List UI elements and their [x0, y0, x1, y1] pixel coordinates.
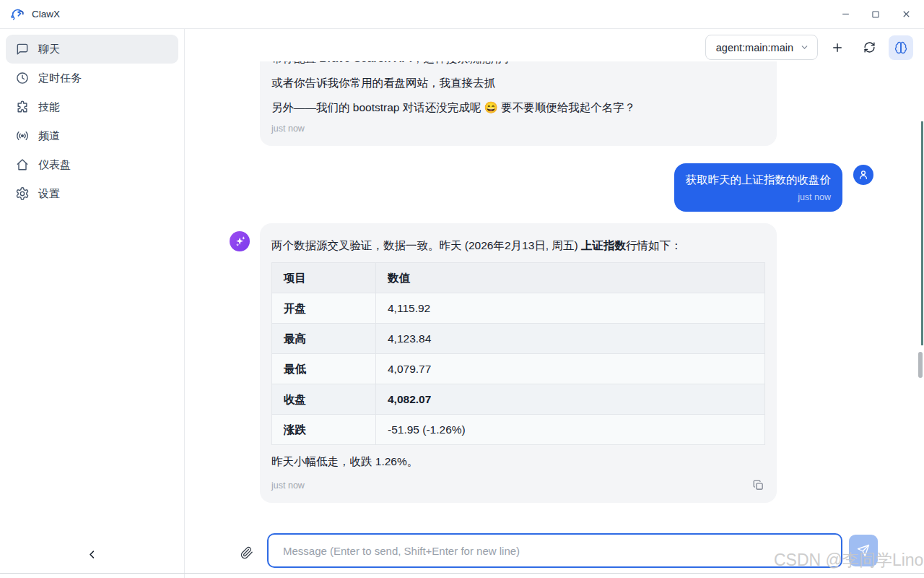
message-line: 昨天小幅低走，收跌 1.26%。	[271, 449, 765, 474]
stock-quote-table: 项目 数值 开盘 4,115.92	[271, 262, 765, 445]
row-label: 最低	[272, 354, 376, 384]
table-row: 最高 4,123.84	[272, 324, 765, 354]
row-value: 4,123.84	[376, 324, 765, 354]
message-user: 获取昨天的上证指数的收盘价 just now	[230, 163, 873, 212]
person-icon	[858, 169, 869, 181]
table-row: 最低 4,079.77	[272, 354, 765, 384]
sidebar-item-chat[interactable]: 聊天	[6, 35, 178, 64]
row-label: 最高	[272, 324, 376, 354]
sparkles-icon	[234, 236, 246, 248]
paperclip-icon	[240, 546, 253, 559]
sidebar-item-label: 技能	[38, 100, 60, 114]
agent-selector[interactable]: agent:main:main	[705, 35, 818, 60]
watermark: CSDN @李同学Lino	[774, 549, 923, 571]
app-titlebar: ClawX	[0, 0, 924, 29]
message-line: 或者你告诉我你常用的看盘网站，我直接去抓	[271, 71, 765, 95]
sidebar-item-label: 设置	[38, 187, 60, 201]
clock-icon	[15, 71, 30, 85]
copy-message-button[interactable]	[751, 478, 765, 492]
scrollbar-thumb[interactable]	[918, 352, 923, 378]
maximize-icon	[871, 9, 881, 20]
chat-toolbar: agent:main:main	[705, 35, 913, 60]
table-header-row: 项目 数值	[272, 263, 765, 293]
sidebar: 聊天 定时任务 技能 频道	[0, 29, 185, 578]
message-assistant: 两个数据源交叉验证，数据一致。昨天 (2026年2月13日, 周五) 上证指数行…	[230, 223, 873, 503]
message-list: 帮你配置 Brave Search API，这样搜索就能用了 或者你告诉我你常用…	[230, 61, 873, 503]
chevron-left-icon	[87, 549, 97, 560]
new-session-button[interactable]	[825, 35, 850, 60]
chat-bubble-icon	[15, 42, 30, 56]
gear-icon	[15, 186, 30, 201]
message-text: 获取昨天的上证指数的收盘价	[686, 171, 832, 189]
sidebar-item-label: 聊天	[38, 43, 60, 56]
row-label: 涨跌	[272, 415, 376, 445]
row-label: 开盘	[272, 293, 376, 324]
assistant-bubble: 两个数据源交叉验证，数据一致。昨天 (2026年2月13日, 周五) 上证指数行…	[260, 223, 777, 503]
plus-icon	[831, 41, 844, 54]
row-value: 4,079.77	[376, 354, 765, 384]
puzzle-icon	[15, 100, 30, 114]
bottom-divider	[0, 573, 924, 574]
sidebar-item-channels[interactable]: 频道	[6, 121, 178, 150]
sidebar-item-label: 仪表盘	[38, 158, 71, 172]
message-timestamp: just now	[686, 190, 832, 204]
window-controls	[830, 1, 921, 28]
brain-toggle-button[interactable]	[889, 35, 913, 60]
attach-file-button[interactable]	[237, 543, 257, 563]
message-line: 帮你配置 Brave Search API，这样搜索就能用了	[271, 61, 765, 71]
chat-main: agent:main:main	[185, 29, 924, 578]
message-timestamp: just now	[271, 478, 305, 493]
assistant-bubble: 帮你配置 Brave Search API，这样搜索就能用了 或者你告诉我你常用…	[260, 61, 777, 146]
row-label: 收盘	[272, 384, 376, 415]
row-value: -51.95 (-1.26%)	[376, 415, 765, 445]
maximize-button[interactable]	[860, 1, 891, 28]
message-line: 两个数据源交叉验证，数据一致。昨天 (2026年2月13日, 周五) 上证指数行…	[271, 233, 765, 258]
user-avatar	[853, 165, 873, 185]
close-icon	[901, 9, 912, 20]
message-assistant: 帮你配置 Brave Search API，这样搜索就能用了 或者你告诉我你常用…	[230, 61, 873, 146]
row-value: 4,082.07	[376, 384, 765, 415]
table-row: 开盘 4,115.92	[272, 293, 765, 324]
message-timestamp: just now	[271, 121, 765, 136]
close-button[interactable]	[891, 1, 921, 28]
sidebar-item-scheduled-tasks[interactable]: 定时任务	[6, 64, 178, 92]
refresh-button[interactable]	[857, 35, 881, 60]
table-header-value: 数值	[376, 263, 765, 293]
message-input[interactable]	[267, 533, 842, 568]
refresh-icon	[863, 41, 876, 53]
row-value: 4,115.92	[376, 293, 765, 324]
broadcast-icon	[15, 129, 30, 143]
user-bubble: 获取昨天的上证指数的收盘价 just now	[674, 163, 843, 212]
scrollbar-strip[interactable]	[921, 121, 923, 345]
clawx-logo-icon	[9, 6, 26, 23]
sidebar-item-label: 频道	[38, 129, 60, 143]
sidebar-item-label: 定时任务	[38, 72, 82, 85]
agent-selector-value: agent:main:main	[716, 42, 793, 53]
app-window: ClawX 聊天	[0, 0, 924, 578]
sidebar-item-skills[interactable]: 技能	[6, 92, 178, 121]
minimize-button[interactable]	[830, 1, 860, 28]
collapse-sidebar-button[interactable]	[80, 543, 105, 565]
table-header-item: 项目	[272, 263, 376, 293]
minimize-icon	[840, 9, 851, 20]
home-icon	[15, 158, 30, 172]
chat-scroll-area[interactable]: 帮你配置 Brave Search API，这样搜索就能用了 或者你告诉我你常用…	[185, 61, 924, 527]
table-row: 涨跌 -51.95 (-1.26%)	[272, 415, 765, 445]
chevron-down-icon	[800, 43, 809, 52]
sidebar-item-settings[interactable]: 设置	[6, 179, 178, 208]
app-title: ClawX	[32, 9, 60, 20]
assistant-avatar	[230, 231, 250, 251]
message-line: 另外——我们的 bootstrap 对话还没完成呢 😄 要不要顺便给我起个名字？	[271, 95, 765, 120]
brain-icon	[894, 41, 907, 54]
table-row: 收盘 4,082.07	[272, 384, 765, 415]
copy-icon	[753, 480, 764, 491]
sidebar-item-dashboard[interactable]: 仪表盘	[6, 150, 178, 179]
